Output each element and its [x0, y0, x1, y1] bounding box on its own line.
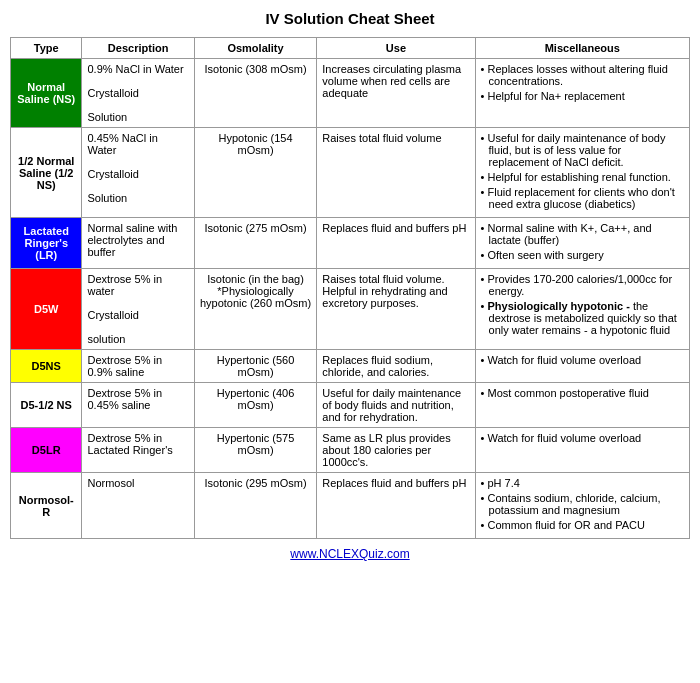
misc-bullet: Provides 170-200 calories/1,000cc for en…: [481, 273, 684, 297]
description-cell-2: Normal saline with electrolytes and buff…: [82, 218, 194, 269]
misc-bullet: Helpful for Na+ replacement: [481, 90, 684, 102]
misc-bullet: Watch for fluid volume overload: [481, 354, 684, 366]
misc-bullet: Often seen with surgery: [481, 249, 684, 261]
footer-link[interactable]: www.NCLEXQuiz.com: [290, 547, 409, 561]
description-cell-6: Dextrose 5% in Lactated Ringer's: [82, 428, 194, 473]
misc-cell-1: Useful for daily maintenance of body flu…: [475, 128, 689, 218]
col-header-type: Type: [11, 38, 82, 59]
osmolality-cell-4: Hypertonic (560 mOsm): [194, 350, 317, 383]
use-cell-6: Same as LR plus provides about 180 calor…: [317, 428, 475, 473]
osmolality-cell-7: Isotonic (295 mOsm): [194, 473, 317, 539]
col-header-misc: Miscellaneous: [475, 38, 689, 59]
use-cell-1: Raises total fluid volume: [317, 128, 475, 218]
col-header-description: Description: [82, 38, 194, 59]
description-cell-7: Normosol: [82, 473, 194, 539]
footer: www.NCLEXQuiz.com: [10, 547, 690, 561]
use-cell-2: Replaces fluid and buffers pH: [317, 218, 475, 269]
osmolality-cell-3: Isotonic (in the bag) *Physiologically h…: [194, 269, 317, 350]
misc-cell-2: Normal saline with K+, Ca++, and lactate…: [475, 218, 689, 269]
misc-cell-6: Watch for fluid volume overload: [475, 428, 689, 473]
col-header-osmolality: Osmolality: [194, 38, 317, 59]
misc-bullet: Contains sodium, chloride, calcium, pota…: [481, 492, 684, 516]
type-cell-7: Normosol-R: [11, 473, 82, 539]
use-cell-4: Replaces fluid sodium, chloride, and cal…: [317, 350, 475, 383]
col-header-use: Use: [317, 38, 475, 59]
misc-bullet: Useful for daily maintenance of body flu…: [481, 132, 684, 168]
description-cell-1: 0.45% NaCl in WaterCrystalloidSolution: [82, 128, 194, 218]
use-cell-3: Raises total fluid volume. Helpful in re…: [317, 269, 475, 350]
type-cell-5: D5-1/2 NS: [11, 383, 82, 428]
misc-cell-5: Most common postoperative fluid: [475, 383, 689, 428]
osmolality-cell-1: Hypotonic (154 mOsm): [194, 128, 317, 218]
misc-bullet: Common fluid for OR and PACU: [481, 519, 684, 531]
misc-bullet: Most common postoperative fluid: [481, 387, 684, 399]
type-cell-2: Lactated Ringer's (LR): [11, 218, 82, 269]
type-cell-6: D5LR: [11, 428, 82, 473]
use-cell-5: Useful for daily maintenance of body flu…: [317, 383, 475, 428]
misc-bullet: Helpful for establishing renal function.: [481, 171, 684, 183]
iv-solution-table: Type Description Osmolality Use Miscella…: [10, 37, 690, 539]
description-cell-5: Dextrose 5% in 0.45% saline: [82, 383, 194, 428]
type-cell-0: Normal Saline (NS): [11, 59, 82, 128]
misc-bullet: Watch for fluid volume overload: [481, 432, 684, 444]
misc-bullet: pH 7.4: [481, 477, 684, 489]
use-cell-0: Increases circulating plasma volume when…: [317, 59, 475, 128]
type-cell-3: D5W: [11, 269, 82, 350]
misc-bullet: Replaces losses without altering fluid c…: [481, 63, 684, 87]
osmolality-cell-2: Isotonic (275 mOsm): [194, 218, 317, 269]
description-cell-3: Dextrose 5% in waterCrystalloidsolution: [82, 269, 194, 350]
type-cell-1: 1/2 Normal Saline (1/2 NS): [11, 128, 82, 218]
type-cell-4: D5NS: [11, 350, 82, 383]
misc-cell-0: Replaces losses without altering fluid c…: [475, 59, 689, 128]
osmolality-cell-0: Isotonic (308 mOsm): [194, 59, 317, 128]
use-cell-7: Replaces fluid and buffers pH: [317, 473, 475, 539]
misc-cell-4: Watch for fluid volume overload: [475, 350, 689, 383]
misc-cell-3: Provides 170-200 calories/1,000cc for en…: [475, 269, 689, 350]
osmolality-cell-5: Hypertonic (406 mOsm): [194, 383, 317, 428]
misc-cell-7: pH 7.4Contains sodium, chloride, calcium…: [475, 473, 689, 539]
description-cell-0: 0.9% NaCl in WaterCrystalloidSolution: [82, 59, 194, 128]
misc-bullet: Physiologically hypotonic - the dextrose…: [481, 300, 684, 336]
misc-bullet: Normal saline with K+, Ca++, and lactate…: [481, 222, 684, 246]
page-title: IV Solution Cheat Sheet: [10, 10, 690, 27]
misc-bullet: Fluid replacement for clients who don't …: [481, 186, 684, 210]
osmolality-cell-6: Hypertonic (575 mOsm): [194, 428, 317, 473]
description-cell-4: Dextrose 5% in 0.9% saline: [82, 350, 194, 383]
